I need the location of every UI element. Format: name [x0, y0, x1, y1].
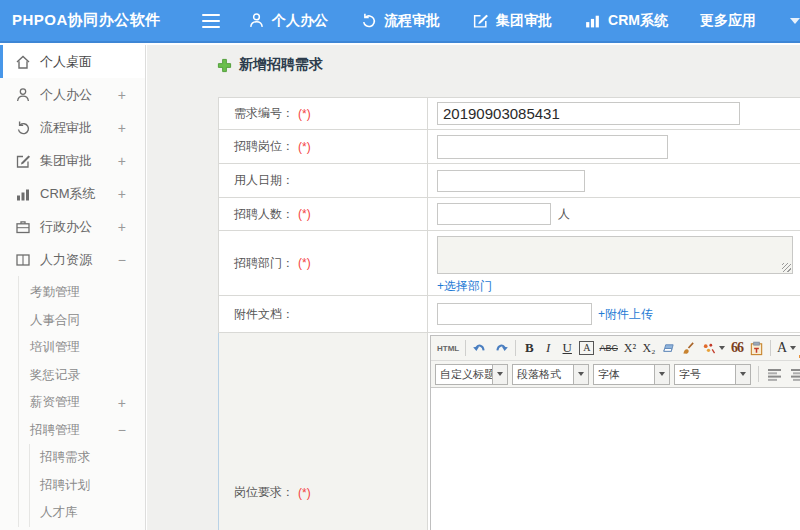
strikethrough-button[interactable]: ABC — [597, 338, 620, 358]
heading-select[interactable]: 自定义标题 — [435, 364, 508, 385]
editor-toolbar-row1: HTML B I U A — [431, 336, 800, 361]
recruit-demand-form: 需求编号： (*) 招聘岗位： (*) 用人日期： — [218, 97, 800, 530]
chevron-down-icon[interactable] — [573, 365, 588, 384]
form-row-hire-date: 用人日期： — [218, 164, 800, 198]
expand-toggle[interactable]: + — [118, 395, 126, 411]
font-family-select[interactable]: 字体 — [593, 364, 670, 385]
sidebar-item-crm[interactable]: CRM系统 + — [0, 177, 145, 210]
nav-item-personal-office[interactable]: 个人办公 — [248, 12, 328, 30]
job-requirement-label: 岗位要求： — [234, 484, 294, 501]
sidebar-item-talent-pool[interactable]: 人才库 — [30, 499, 145, 527]
expand-toggle[interactable]: + — [118, 120, 126, 136]
hire-date-input[interactable] — [437, 170, 585, 192]
field-label: 招聘部门： (*) — [219, 231, 428, 295]
align-center-button[interactable] — [789, 364, 800, 384]
align-left-button[interactable] — [766, 364, 785, 384]
expand-toggle[interactable]: + — [118, 153, 126, 169]
sidebar-item-label: 集团审批 — [40, 152, 92, 170]
nav-item-group-approval[interactable]: 集团审批 — [472, 12, 552, 30]
chevron-down-icon[interactable] — [492, 365, 507, 384]
sidebar-item-personal-office[interactable]: 个人办公 + — [0, 78, 145, 111]
nav-item-label: 个人办公 — [272, 12, 328, 30]
autotypeset-button[interactable]: A — [579, 341, 594, 355]
superscript-button[interactable]: X² — [621, 338, 639, 358]
sidebar-item-personal-desktop[interactable]: 个人桌面 — [0, 45, 145, 78]
sidebar-item-recruit-plan[interactable]: 招聘计划 — [30, 472, 145, 500]
font-color-button[interactable]: A — [775, 338, 798, 358]
paste-text-button[interactable] — [747, 338, 766, 358]
required-mark: (*) — [298, 140, 311, 154]
recruit-submenu: 招聘需求 招聘计划 人才库 — [29, 444, 145, 527]
redo-button[interactable] — [491, 338, 511, 358]
headcount-input[interactable] — [437, 203, 551, 225]
sidebar-item-recruit-mgmt[interactable]: 招聘管理 − — [19, 417, 145, 445]
highlight-color-button[interactable] — [699, 338, 727, 358]
attachment-input[interactable] — [437, 303, 592, 325]
format-brush-button[interactable] — [679, 338, 698, 358]
bold-button[interactable]: B — [520, 338, 538, 358]
sidebar-item-label: 行政办公 — [40, 218, 92, 236]
blockquote-button[interactable]: 66 — [728, 338, 746, 358]
nav-item-more-apps[interactable]: 更多应用 — [700, 12, 756, 30]
underline-button[interactable]: U — [558, 338, 576, 358]
expand-toggle[interactable]: − — [118, 252, 126, 268]
sidebar-item-training[interactable]: 培训管理 — [19, 334, 145, 362]
flow-approval-icon — [360, 12, 377, 29]
chevron-down-icon[interactable] — [654, 365, 669, 384]
sidebar-item-label: CRM系统 — [40, 185, 96, 203]
sidebar-item-reward-punishment[interactable]: 奖惩记录 — [19, 362, 145, 390]
position-input[interactable] — [437, 135, 668, 159]
html-source-button[interactable]: HTML — [435, 338, 461, 358]
sidebar-item-salary[interactable]: 薪资管理 + — [19, 389, 145, 417]
form-row-attachment: 附件文档： +附件上传 — [218, 296, 800, 333]
chevron-down-icon[interactable] — [790, 18, 800, 24]
bar-chart-icon — [584, 12, 601, 29]
top-nav: 个人办公 流程审批 集团审批 CRM系统 更多应用 — [248, 12, 800, 30]
form-row-headcount: 招聘人数： (*) 人 — [218, 198, 800, 231]
font-size-select[interactable]: 字号 — [674, 364, 751, 385]
expand-toggle[interactable]: − — [118, 422, 126, 438]
select-department-link[interactable]: +选择部门 — [437, 278, 492, 295]
sidebar-item-label: 招聘管理 — [30, 422, 80, 439]
expand-toggle[interactable]: + — [118, 87, 126, 103]
sidebar-item-label: 个人办公 — [40, 86, 92, 104]
menu-toggle-button[interactable] — [202, 14, 220, 28]
sidebar-item-hr[interactable]: 人力资源 − — [0, 243, 145, 276]
field-value-cell: HTML B I U A — [428, 333, 800, 530]
sidebar-item-recruit-demand[interactable]: 招聘需求 — [30, 444, 145, 472]
expand-toggle[interactable]: + — [118, 186, 126, 202]
sidebar-item-admin-office[interactable]: 行政办公 + — [0, 210, 145, 243]
sidebar-item-label: 奖惩记录 — [30, 367, 80, 384]
sidebar-item-label: 招聘需求 — [40, 449, 90, 466]
field-label: 岗位要求： (*) — [219, 333, 428, 530]
field-label: 招聘人数： (*) — [219, 198, 428, 230]
attachment-upload-link[interactable]: +附件上传 — [598, 306, 653, 323]
field-label: 招聘岗位： (*) — [219, 130, 428, 163]
flow-approval-icon — [15, 120, 31, 136]
sidebar-item-attendance[interactable]: 考勤管理 — [19, 279, 145, 307]
sidebar-item-personnel-contract[interactable]: 人事合同 — [19, 307, 145, 335]
user-icon — [15, 87, 31, 103]
app-logo-title: PHPOA协同办公软件 — [12, 11, 188, 30]
editor-content-area[interactable] — [431, 388, 800, 530]
nav-item-label: 更多应用 — [700, 12, 756, 30]
subscript-button[interactable]: X₂ — [640, 338, 658, 358]
undo-button[interactable] — [470, 338, 490, 358]
paragraph-format-select[interactable]: 段落格式 — [512, 364, 589, 385]
chevron-down-icon[interactable] — [735, 365, 750, 384]
expand-toggle[interactable]: + — [118, 219, 126, 235]
remove-format-button[interactable] — [659, 338, 678, 358]
nav-item-crm[interactable]: CRM系统 — [584, 12, 668, 30]
chevron-down-icon — [719, 346, 725, 350]
department-textarea[interactable] — [437, 236, 793, 274]
sidebar-item-label: 培训管理 — [30, 339, 80, 356]
italic-button[interactable]: I — [539, 338, 557, 358]
sidebar-item-flow-approval[interactable]: 流程审批 + — [0, 111, 145, 144]
sidebar-item-group-approval[interactable]: 集团审批 + — [0, 144, 145, 177]
form-row-job-requirement: 岗位要求： (*) HTML — [218, 333, 800, 530]
resize-grip-icon[interactable] — [782, 263, 791, 272]
demand-no-input[interactable] — [437, 102, 740, 125]
user-icon — [248, 12, 265, 29]
nav-item-flow-approval[interactable]: 流程审批 — [360, 12, 440, 30]
bar-chart-icon — [15, 186, 31, 202]
